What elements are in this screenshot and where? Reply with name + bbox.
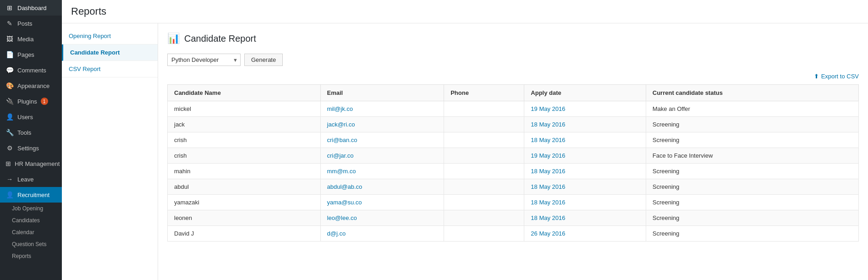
- sidebar: ⊞ Dashboard ✎ Posts 🖼 Media 📄 Pages 💬 Co…: [0, 0, 62, 280]
- cell-apply-date: 18 May 2016: [524, 179, 646, 195]
- cell-status: Screening: [646, 164, 858, 179]
- sidebar-label-posts: Posts: [17, 20, 33, 27]
- chart-icon: 📊: [167, 33, 180, 44]
- hr-icon: ⊞: [5, 160, 11, 167]
- report-table: Candidate Name Email Phone Apply date Cu…: [167, 84, 859, 242]
- sidebar-item-tools[interactable]: 🔧 Tools: [0, 125, 62, 140]
- cell-phone: [444, 226, 524, 242]
- col-email: Email: [320, 85, 444, 101]
- page-header: Reports: [62, 0, 868, 23]
- cell-phone: [444, 210, 524, 226]
- job-select[interactable]: Python Developer Java Developer PHP Deve…: [167, 54, 241, 66]
- export-row: ⬆ Export to CSV: [167, 73, 859, 80]
- dashboard-icon: ⊞: [5, 4, 14, 11]
- cell-email: jack@ri.co: [320, 117, 444, 132]
- cell-name: yamazaki: [168, 195, 321, 210]
- comments-icon: 💬: [5, 66, 14, 74]
- left-nav: Opening Report Candidate Report CSV Repo…: [62, 23, 158, 280]
- cell-email: mil@jk.co: [320, 101, 444, 117]
- sidebar-item-media[interactable]: 🖼 Media: [0, 31, 62, 47]
- cell-apply-date: 18 May 2016: [524, 195, 646, 210]
- sidebar-label-pages: Pages: [17, 51, 34, 58]
- cell-apply-date: 19 May 2016: [524, 148, 646, 164]
- table-header: Candidate Name Email Phone Apply date Cu…: [168, 85, 859, 101]
- users-icon: 👤: [5, 113, 14, 121]
- nav-opening-report[interactable]: Opening Report: [62, 28, 158, 44]
- sidebar-item-hr-management[interactable]: ⊞ HR Management: [0, 156, 62, 171]
- table-row: abdul abdul@ab.co 18 May 2016 Screening: [168, 179, 859, 195]
- sidebar-item-posts[interactable]: ✎ Posts: [0, 16, 62, 31]
- report-title-text: Candidate Report: [184, 33, 256, 44]
- tools-icon: 🔧: [5, 129, 14, 136]
- cell-phone: [444, 132, 524, 148]
- table-row: leonen leo@lee.co 18 May 2016 Screening: [168, 210, 859, 226]
- table-row: David J d@j.co 26 May 2016 Screening: [168, 226, 859, 242]
- cell-email: cri@ban.co: [320, 132, 444, 148]
- pages-icon: 📄: [5, 51, 14, 58]
- sidebar-label-appearance: Appearance: [17, 82, 49, 89]
- table-body: mickel mil@jk.co 19 May 2016 Make an Off…: [168, 101, 859, 242]
- appearance-icon: 🎨: [5, 82, 14, 89]
- cell-email: mm@m.co: [320, 164, 444, 179]
- sidebar-sub-reports[interactable]: Reports: [0, 250, 62, 262]
- cell-name: leonen: [168, 210, 321, 226]
- sidebar-item-settings[interactable]: ⚙ Settings: [0, 140, 62, 156]
- plugins-icon: 🔌: [5, 98, 14, 105]
- sidebar-item-pages[interactable]: 📄 Pages: [0, 47, 62, 62]
- export-label: Export to CSV: [821, 73, 859, 80]
- sidebar-sub-calendar[interactable]: Calendar: [0, 226, 62, 238]
- cell-status: Make an Offer: [646, 101, 858, 117]
- sidebar-item-appearance[interactable]: 🎨 Appearance: [0, 78, 62, 93]
- cell-status: Screening: [646, 179, 858, 195]
- export-csv-link[interactable]: ⬆ Export to CSV: [814, 73, 859, 80]
- sidebar-label-plugins: Plugins: [17, 98, 37, 105]
- cell-phone: [444, 117, 524, 132]
- leave-icon: →: [5, 176, 14, 183]
- cell-apply-date: 18 May 2016: [524, 210, 646, 226]
- cell-email: d@j.co: [320, 226, 444, 242]
- col-status: Current candidate status: [646, 85, 858, 101]
- controls-row: Python Developer Java Developer PHP Deve…: [167, 54, 859, 66]
- select-wrapper: Python Developer Java Developer PHP Deve…: [167, 54, 241, 66]
- col-phone: Phone: [444, 85, 524, 101]
- sidebar-item-comments[interactable]: 💬 Comments: [0, 62, 62, 78]
- generate-button[interactable]: Generate: [244, 54, 283, 66]
- cell-apply-date: 18 May 2016: [524, 117, 646, 132]
- cell-name: mickel: [168, 101, 321, 117]
- sidebar-label-users: Users: [17, 114, 33, 121]
- sidebar-label-recruitment: Recruitment: [17, 192, 49, 198]
- cell-apply-date: 18 May 2016: [524, 164, 646, 179]
- report-panel: 📊 Candidate Report Python Developer Java…: [158, 23, 868, 280]
- nav-candidate-report[interactable]: Candidate Report: [62, 44, 158, 61]
- cell-phone: [444, 164, 524, 179]
- sidebar-sub-question-sets[interactable]: Question Sets: [0, 238, 62, 250]
- cell-phone: [444, 148, 524, 164]
- report-title: 📊 Candidate Report: [167, 33, 859, 44]
- table-row: mickel mil@jk.co 19 May 2016 Make an Off…: [168, 101, 859, 117]
- page-title: Reports: [71, 5, 859, 17]
- cell-name: David J: [168, 226, 321, 242]
- cell-email: yama@su.co: [320, 195, 444, 210]
- sidebar-label-tools: Tools: [17, 129, 31, 136]
- recruitment-icon: 👤: [5, 191, 14, 198]
- sidebar-item-users[interactable]: 👤 Users: [0, 109, 62, 125]
- sidebar-item-leave[interactable]: → Leave: [0, 171, 62, 187]
- nav-csv-report[interactable]: CSV Report: [62, 61, 158, 77]
- sidebar-sub-candidates[interactable]: Candidates: [0, 214, 62, 226]
- sidebar-item-recruitment[interactable]: 👤 Recruitment: [0, 187, 62, 203]
- cell-name: jack: [168, 117, 321, 132]
- media-icon: 🖼: [5, 35, 14, 43]
- cell-status: Screening: [646, 117, 858, 132]
- cell-status: Face to Face Interview: [646, 148, 858, 164]
- sidebar-item-plugins[interactable]: 🔌 Plugins 1: [0, 93, 62, 109]
- cell-email: cri@jar.co: [320, 148, 444, 164]
- cell-apply-date: 26 May 2016: [524, 226, 646, 242]
- posts-icon: ✎: [5, 20, 14, 27]
- sidebar-item-dashboard[interactable]: ⊞ Dashboard: [0, 0, 62, 16]
- table-row: crish cri@ban.co 18 May 2016 Screening: [168, 132, 859, 148]
- cell-email: abdul@ab.co: [320, 179, 444, 195]
- sidebar-label-dashboard: Dashboard: [17, 5, 47, 11]
- main-content: Reports Opening Report Candidate Report …: [62, 0, 868, 280]
- cell-name: abdul: [168, 179, 321, 195]
- sidebar-sub-job-opening[interactable]: Job Opening: [0, 203, 62, 214]
